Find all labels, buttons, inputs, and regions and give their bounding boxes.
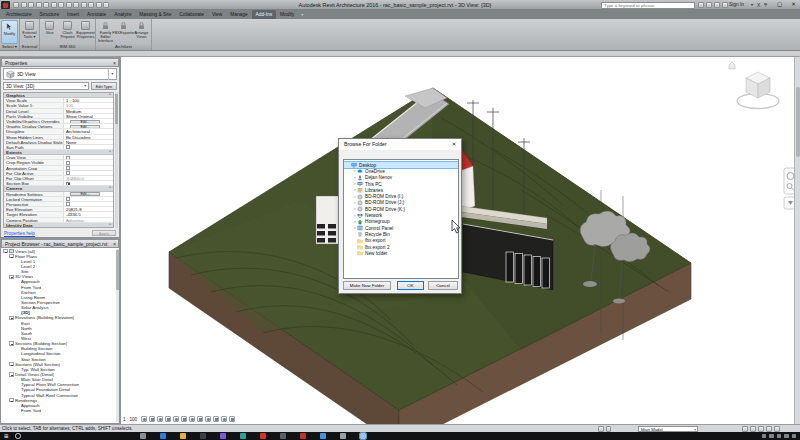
checkbox[interactable] bbox=[66, 171, 70, 175]
project-browser-scrollbar[interactable] bbox=[116, 249, 119, 422]
tab-view[interactable]: View bbox=[208, 10, 226, 19]
aligned-dimension-icon[interactable] bbox=[66, 2, 72, 8]
selection-link-icon[interactable] bbox=[758, 426, 764, 432]
properties-scrollbar[interactable] bbox=[115, 92, 118, 228]
checkbox[interactable] bbox=[66, 156, 70, 160]
collapse-icon[interactable] bbox=[3, 249, 8, 254]
app-7-taskbar-icon[interactable] bbox=[260, 433, 266, 439]
properties-header[interactable]: Properties × bbox=[1, 58, 119, 67]
navigation-bar[interactable] bbox=[784, 168, 794, 209]
ribbon-button-equipment-properties[interactable]: Equipment Properties bbox=[77, 20, 94, 44]
prop-value[interactable] bbox=[64, 181, 113, 185]
ribbon-button-glue[interactable]: Glue bbox=[41, 20, 58, 44]
checkbox[interactable] bbox=[66, 145, 70, 149]
properties-close-icon[interactable]: × bbox=[113, 59, 116, 67]
crop-view-icon[interactable] bbox=[181, 416, 188, 423]
ribbon-button-fbxexporter[interactable]: FBXExporter bbox=[115, 20, 132, 44]
project-browser-close-icon[interactable]: × bbox=[113, 240, 116, 248]
prop-value[interactable] bbox=[64, 155, 113, 159]
tab-insert[interactable]: Insert bbox=[63, 10, 83, 19]
ribbon-button-external-tools[interactable]: External Tools ▾ bbox=[21, 20, 38, 44]
checkbox[interactable] bbox=[66, 197, 70, 201]
sun-path-icon[interactable] bbox=[157, 416, 164, 423]
temporary-view-properties-icon[interactable] bbox=[213, 416, 220, 423]
app-10-taskbar-icon[interactable] bbox=[320, 433, 326, 439]
sign-in-button[interactable]: Sign In bbox=[729, 0, 744, 10]
filter-icon[interactable] bbox=[774, 426, 780, 432]
redo-icon[interactable] bbox=[43, 2, 49, 8]
edit-button[interactable]: Edit... bbox=[70, 125, 100, 129]
maximize-button[interactable]: ▢ bbox=[774, 0, 785, 10]
tag-icon[interactable] bbox=[73, 2, 79, 8]
tab-architecture[interactable]: Architecture bbox=[2, 10, 36, 19]
minimize-button[interactable]: – bbox=[760, 0, 771, 10]
revit-taskbar-taskbar-icon[interactable] bbox=[360, 433, 366, 439]
instance-dropdown-icon[interactable]: ▼ bbox=[84, 83, 87, 90]
section-icon[interactable] bbox=[96, 2, 102, 8]
tab-annotate[interactable]: Annotate bbox=[83, 10, 110, 19]
open-icon[interactable] bbox=[13, 2, 19, 8]
3d-view-icon[interactable] bbox=[88, 2, 94, 8]
temporary-hide-isolate-icon[interactable] bbox=[197, 416, 204, 423]
exclude-options-icon[interactable] bbox=[742, 426, 748, 432]
crop-region-icon[interactable] bbox=[189, 416, 196, 423]
thin-lines-icon[interactable] bbox=[103, 2, 109, 8]
collapse-icon[interactable] bbox=[9, 341, 14, 346]
app-2-taskbar-icon[interactable] bbox=[160, 433, 166, 439]
app-5-taskbar-icon[interactable] bbox=[220, 433, 226, 439]
undo-icon[interactable] bbox=[36, 2, 42, 8]
dialog-close-icon[interactable]: ✕ bbox=[447, 139, 461, 150]
ribbon-button-clash-pinpoint[interactable]: Clash Pinpoint bbox=[59, 20, 76, 44]
tray-icon[interactable] bbox=[784, 434, 789, 439]
app-6-taskbar-icon[interactable] bbox=[240, 433, 246, 439]
ok-button[interactable]: OK bbox=[397, 281, 424, 290]
tab-analyze[interactable]: Analyze bbox=[110, 10, 135, 19]
help-search-input[interactable] bbox=[601, 2, 695, 9]
cortana-icon[interactable] bbox=[15, 433, 21, 439]
tray-icon[interactable] bbox=[769, 434, 774, 439]
prop-value[interactable] bbox=[64, 171, 113, 175]
ribbon-button-arrange-views[interactable]: Arrange Views bbox=[133, 20, 150, 44]
tab-collaborate[interactable]: Collaborate bbox=[175, 10, 208, 19]
favorites-icon[interactable] bbox=[722, 2, 728, 8]
prop-value[interactable] bbox=[64, 202, 113, 206]
edit-button[interactable]: Edit... bbox=[70, 192, 100, 196]
tray-icon[interactable] bbox=[792, 434, 797, 439]
app-3-taskbar-icon[interactable] bbox=[180, 433, 186, 439]
prop-value[interactable]: Edit... bbox=[64, 124, 113, 128]
apply-button[interactable]: Apply bbox=[92, 230, 116, 237]
make-new-folder-button[interactable]: Make New Folder bbox=[343, 281, 391, 290]
scale-button[interactable]: 1 : 100 bbox=[123, 417, 137, 422]
viewcube[interactable] bbox=[729, 62, 779, 109]
collapse-icon[interactable] bbox=[9, 372, 14, 377]
project-browser-header[interactable]: Project Browser - rac_basic_sample_proje… bbox=[1, 239, 119, 248]
communication-center-icon[interactable] bbox=[714, 2, 720, 8]
prop-value[interactable]: Edit... bbox=[64, 119, 113, 123]
save-icon[interactable] bbox=[21, 2, 27, 8]
visual-style-icon[interactable] bbox=[149, 416, 156, 423]
rendering-dialog-icon[interactable] bbox=[173, 416, 180, 423]
edit-button[interactable]: Edit... bbox=[70, 120, 100, 124]
tab-massing-site[interactable]: Massing & Site bbox=[135, 10, 175, 19]
tab-overflow-caret-icon[interactable]: ▾ bbox=[298, 10, 306, 19]
type-selector[interactable]: 3D View ▼ bbox=[3, 68, 117, 80]
app-1-taskbar-icon[interactable] bbox=[140, 433, 146, 439]
collapse-icon[interactable] bbox=[9, 398, 14, 403]
ribbon-button-modify[interactable]: Modify bbox=[1, 20, 18, 44]
cancel-button[interactable]: Cancel bbox=[428, 281, 458, 290]
application-menu-button[interactable] bbox=[1, 1, 10, 9]
shadows-icon[interactable] bbox=[165, 416, 172, 423]
text-icon[interactable] bbox=[81, 2, 87, 8]
tab-modify[interactable]: Modify bbox=[276, 10, 298, 19]
print-icon[interactable] bbox=[51, 2, 57, 8]
checkbox[interactable] bbox=[66, 166, 70, 170]
start-button[interactable]: ⊞ bbox=[4, 433, 10, 439]
tab-structure[interactable]: Structure bbox=[36, 10, 63, 19]
collapse-icon[interactable] bbox=[9, 254, 14, 259]
reveal-hidden-elements-icon[interactable] bbox=[205, 416, 212, 423]
prop-value[interactable] bbox=[64, 197, 113, 201]
press-drag-icon[interactable] bbox=[750, 426, 756, 432]
checkbox[interactable] bbox=[66, 161, 70, 165]
canvas-scrollbar[interactable] bbox=[794, 57, 800, 424]
prop-value[interactable] bbox=[64, 166, 113, 170]
